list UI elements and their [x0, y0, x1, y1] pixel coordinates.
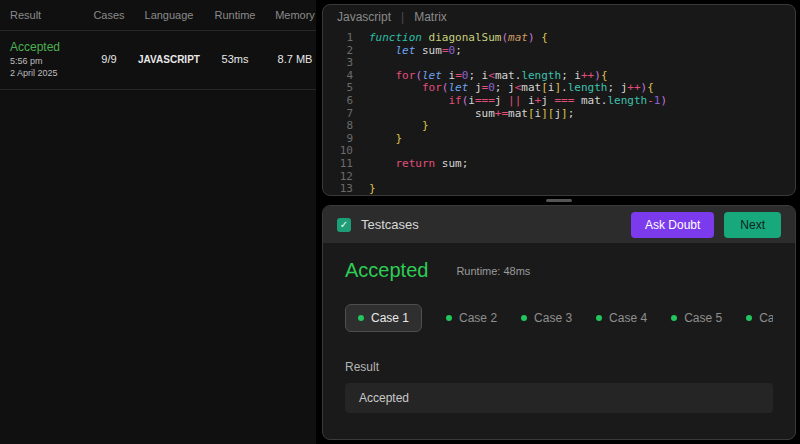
- column-header-memory: Memory: [264, 9, 326, 21]
- submission-time: 5:56 pm: [10, 56, 86, 66]
- case-tab-6[interactable]: Case 6: [746, 305, 773, 331]
- code-line: 13}: [323, 183, 795, 196]
- line-number: 3: [323, 57, 353, 70]
- ask-doubt-button[interactable]: Ask Doubt: [631, 212, 714, 238]
- code-text: return sum;: [369, 158, 468, 171]
- status-text: Accepted: [345, 259, 428, 282]
- case-status-dot-icon: [746, 315, 752, 321]
- code-text: let sum=0;: [369, 45, 462, 58]
- panel-resize-handle[interactable]: [322, 196, 796, 205]
- submission-runtime: 53ms: [206, 53, 264, 65]
- column-header-runtime: Runtime: [206, 9, 264, 21]
- code-editor-panel: Javascript | Matrix 1function diagonalSu…: [322, 4, 796, 196]
- submission-result: Accepted: [10, 40, 86, 54]
- submission-memory: 8.7 MB: [264, 53, 326, 65]
- submissions-panel: ResultCasesLanguageRuntimeMemory Accepte…: [0, 0, 316, 444]
- status-row: Accepted Runtime: 48ms: [345, 259, 773, 282]
- submission-result-cell: Accepted 5:56 pm 2 April 2025: [10, 40, 86, 78]
- code-line: 2 let sum=0;: [323, 45, 795, 58]
- case-tab-label: Case 6: [759, 311, 773, 325]
- case-tab-label: Case 5: [684, 311, 722, 325]
- case-tabs: Case 1Case 2Case 3Case 4Case 5Case 6Case…: [345, 304, 773, 332]
- testcases-checkbox[interactable]: ✓: [337, 218, 351, 232]
- tab-separator: |: [401, 10, 404, 24]
- result-label: Result: [345, 360, 773, 374]
- case-tab-2[interactable]: Case 2: [446, 305, 497, 331]
- case-status-dot-icon: [671, 315, 677, 321]
- next-button[interactable]: Next: [724, 212, 781, 238]
- case-status-dot-icon: [521, 315, 527, 321]
- editor-tabbar: Javascript | Matrix: [323, 5, 795, 29]
- submission-cases: 9/9: [86, 53, 132, 65]
- drag-handle-icon: [546, 199, 572, 202]
- case-status-dot-icon: [358, 315, 364, 321]
- testcases-label: Testcases: [361, 217, 419, 232]
- column-header-result: Result: [10, 9, 86, 21]
- code-line: 9 }: [323, 133, 795, 146]
- testcases-body: Accepted Runtime: 48ms Case 1Case 2Case …: [323, 243, 795, 413]
- app-root: ResultCasesLanguageRuntimeMemory Accepte…: [0, 0, 800, 444]
- line-number: 11: [323, 158, 353, 171]
- right-column: Javascript | Matrix 1function diagonalSu…: [322, 0, 796, 444]
- result-value-box: Accepted: [345, 383, 773, 413]
- code-line: 12: [323, 171, 795, 184]
- submission-row[interactable]: Accepted 5:56 pm 2 April 2025 9/9 JAVASC…: [0, 31, 316, 90]
- case-tab-label: Case 1: [371, 311, 409, 325]
- line-number: 13: [323, 183, 353, 196]
- code-text: }: [369, 133, 402, 146]
- line-number: 6: [323, 95, 353, 108]
- column-header-cases: Cases: [86, 9, 132, 21]
- case-tab-3[interactable]: Case 3: [521, 305, 572, 331]
- case-tab-label: Case 2: [459, 311, 497, 325]
- code-line: 11 return sum;: [323, 158, 795, 171]
- case-status-dot-icon: [596, 315, 602, 321]
- line-number: 8: [323, 120, 353, 133]
- code-area[interactable]: 1function diagonalSum(mat) {2 let sum=0;…: [323, 29, 795, 196]
- line-number: 1: [323, 32, 353, 45]
- tab-matrix[interactable]: Matrix: [414, 10, 447, 24]
- submission-date: 2 April 2025: [10, 68, 86, 78]
- case-tab-label: Case 4: [609, 311, 647, 325]
- result-value: Accepted: [359, 391, 409, 405]
- runtime-text: Runtime: 48ms: [456, 265, 530, 277]
- case-tab-5[interactable]: Case 5: [671, 305, 722, 331]
- column-header-language: Language: [132, 9, 206, 21]
- case-tab-label: Case 3: [534, 311, 572, 325]
- submission-language: JAVASCRIPT: [132, 54, 206, 65]
- testcases-header: ✓ Testcases Ask Doubt Next: [323, 206, 795, 243]
- tab-javascript[interactable]: Javascript: [337, 10, 391, 24]
- submissions-table-header: ResultCasesLanguageRuntimeMemory: [0, 0, 316, 31]
- testcases-panel: ✓ Testcases Ask Doubt Next Accepted Runt…: [322, 205, 796, 440]
- case-status-dot-icon: [446, 315, 452, 321]
- case-tab-1[interactable]: Case 1: [345, 304, 422, 332]
- case-tab-4[interactable]: Case 4: [596, 305, 647, 331]
- code-text: }: [369, 183, 376, 196]
